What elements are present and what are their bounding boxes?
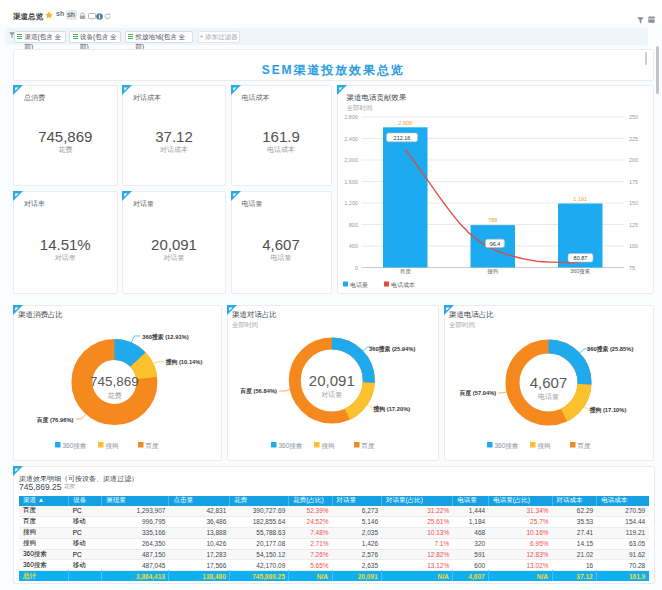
svg-text:搜狗: 搜狗 xyxy=(537,441,550,449)
svg-text:1,200: 1,200 xyxy=(344,200,358,206)
svg-text:搜狗 (10.14%): 搜狗 (10.14%) xyxy=(165,358,203,366)
svg-text:360搜索: 360搜索 xyxy=(63,441,87,449)
svg-text:100: 100 xyxy=(629,243,638,249)
svg-text:360搜索 (25.85%): 360搜索 (25.85%) xyxy=(587,345,633,353)
svg-text:百度: 百度 xyxy=(399,268,411,275)
svg-text:电话成本: 电话成本 xyxy=(391,281,415,288)
svg-text:渠道电话占比: 渠道电话占比 xyxy=(449,310,494,319)
svg-text:360搜索 (25.94%): 360搜索 (25.94%) xyxy=(369,344,415,352)
svg-text:全部时间: 全部时间 xyxy=(232,320,258,328)
svg-text:1,600: 1,600 xyxy=(344,178,358,184)
svg-text:2,400: 2,400 xyxy=(344,135,358,141)
svg-text:360搜索 (12.91%): 360搜索 (12.91%) xyxy=(142,332,188,340)
svg-text:百度 (76.96%): 百度 (76.96%) xyxy=(36,415,74,423)
svg-text:1,191: 1,191 xyxy=(573,195,587,201)
svg-text:百度 (56.84%): 百度 (56.84%) xyxy=(239,387,277,395)
svg-text:电话量: 电话量 xyxy=(538,392,559,400)
svg-text:75: 75 xyxy=(629,264,635,270)
svg-text:360搜索: 360搜索 xyxy=(279,441,303,449)
svg-text:250: 250 xyxy=(629,114,638,120)
svg-text:百度 (57.04%): 百度 (57.04%) xyxy=(458,389,496,397)
svg-text:对话量: 对话量 xyxy=(321,390,342,398)
svg-text:0: 0 xyxy=(354,264,357,270)
svg-text:4,607: 4,607 xyxy=(529,373,567,390)
svg-text:80.87: 80.87 xyxy=(573,255,587,261)
svg-text:百度: 百度 xyxy=(146,441,160,449)
svg-text:360搜索: 360搜索 xyxy=(570,268,590,275)
svg-text:745,869: 745,869 xyxy=(90,374,139,389)
svg-text:212.16: 212.16 xyxy=(393,134,410,140)
svg-text:花费: 花费 xyxy=(107,392,121,400)
svg-text:渠道对话占比: 渠道对话占比 xyxy=(232,310,277,319)
svg-text:全部时间: 全部时间 xyxy=(449,320,475,328)
svg-text:125: 125 xyxy=(629,221,638,227)
svg-text:搜狗 (17.20%): 搜狗 (17.20%) xyxy=(373,404,411,412)
svg-text:全部时间: 全部时间 xyxy=(346,104,372,112)
svg-text:搜狗: 搜狗 xyxy=(487,268,498,275)
svg-text:788: 788 xyxy=(488,217,497,223)
svg-text:200: 200 xyxy=(629,157,638,163)
svg-text:2,000: 2,000 xyxy=(344,157,358,163)
svg-text:2,608: 2,608 xyxy=(398,119,412,125)
svg-text:电话量: 电话量 xyxy=(350,281,368,288)
svg-text:搜狗: 搜狗 xyxy=(322,441,335,449)
svg-text:2,800: 2,800 xyxy=(344,114,358,120)
svg-text:400: 400 xyxy=(348,243,357,249)
svg-text:搜狗: 搜狗 xyxy=(106,441,119,449)
svg-text:渠道消费占比: 渠道消费占比 xyxy=(18,310,63,319)
svg-text:20,091: 20,091 xyxy=(309,371,355,388)
svg-text:175: 175 xyxy=(629,178,638,184)
svg-text:96.4: 96.4 xyxy=(489,240,500,246)
svg-text:225: 225 xyxy=(629,135,638,141)
svg-text:百度: 百度 xyxy=(362,441,376,449)
svg-text:渠道电话贡献效果: 渠道电话贡献效果 xyxy=(346,93,407,102)
svg-text:800: 800 xyxy=(348,221,357,227)
svg-text:150: 150 xyxy=(629,200,638,206)
svg-text:百度: 百度 xyxy=(577,441,591,449)
svg-text:搜狗 (17.10%): 搜狗 (17.10%) xyxy=(588,406,626,414)
svg-text:360搜索: 360搜索 xyxy=(494,441,518,449)
